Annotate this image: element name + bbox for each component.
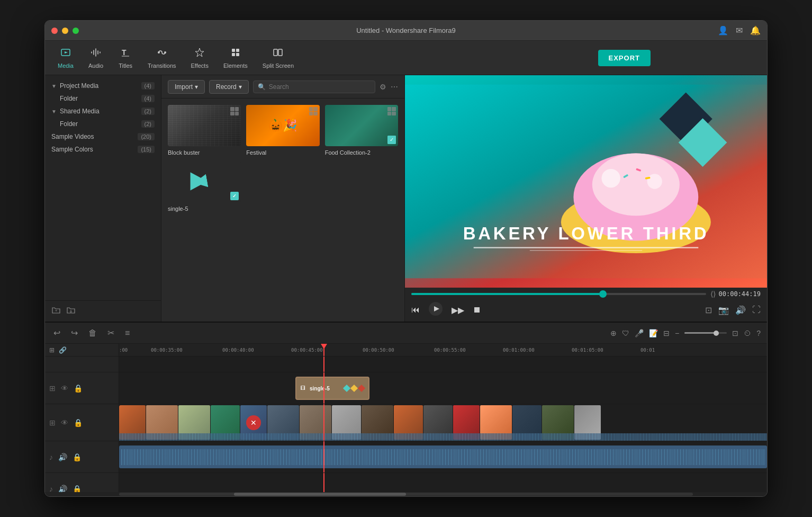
snap-icon[interactable]: ⊞ bbox=[49, 346, 55, 354]
svg-marker-6 bbox=[195, 48, 204, 57]
diamond-teal bbox=[343, 385, 350, 392]
sidebar-item-project-media[interactable]: ▼ Project Media (4) bbox=[45, 79, 161, 92]
festival-label: Festival bbox=[246, 149, 319, 156]
minus-icon[interactable]: − bbox=[675, 329, 679, 337]
zoom-thumb bbox=[714, 331, 719, 336]
sidebar-item-shared-media[interactable]: ▼ Shared Media (2) bbox=[45, 105, 161, 118]
empty-note-icon[interactable]: ♪ bbox=[49, 485, 53, 493]
close-button[interactable] bbox=[51, 28, 58, 34]
media-item-festival[interactable]: Festival bbox=[246, 105, 319, 156]
audio-lock-icon[interactable]: 🔒 bbox=[73, 453, 82, 461]
spacer-controls bbox=[45, 356, 119, 372]
minimize-button[interactable] bbox=[62, 28, 68, 34]
import-folder-icon[interactable] bbox=[66, 306, 76, 317]
mail-icon[interactable]: ✉ bbox=[736, 25, 743, 35]
media-item-foodcollection[interactable]: ✓ Food Collection-2 bbox=[325, 105, 398, 156]
svg-rect-12 bbox=[278, 49, 282, 56]
record-button[interactable]: Record ▾ bbox=[209, 80, 249, 94]
effect-grid-icon[interactable]: ⊞ bbox=[49, 384, 56, 393]
search-input[interactable] bbox=[269, 83, 371, 91]
progress-bar-container: ⟨⟩ 00:00:44:19 bbox=[411, 290, 761, 298]
media-item-blockbuster[interactable]: Block buster bbox=[168, 105, 241, 156]
shield-icon[interactable]: 🛡 bbox=[622, 329, 629, 337]
new-folder-icon[interactable]: + bbox=[51, 306, 61, 317]
sidebar-item-folder-1[interactable]: Folder (4) bbox=[45, 92, 161, 105]
toolbar-splitscreen[interactable]: Split Screen bbox=[256, 44, 300, 72]
window-controls bbox=[51, 28, 79, 34]
audio-note-icon[interactable]: ♪ bbox=[49, 453, 53, 461]
media-item-single5[interactable]: ✓ single-5 bbox=[168, 161, 241, 212]
bakery-preview-bg: BAKERY LOWER THIRD bbox=[405, 75, 767, 288]
audio-volume-icon[interactable]: 🔊 bbox=[58, 453, 67, 461]
video-track-controls: ⊞ 👁 🔒 bbox=[45, 404, 119, 441]
toolbar-titles-label: Titles bbox=[119, 63, 132, 69]
zoom-slider[interactable] bbox=[684, 332, 727, 334]
export-button[interactable]: EXPORT bbox=[598, 50, 651, 66]
camera-icon[interactable]: 📷 bbox=[718, 305, 729, 315]
svg-text:BAKERY LOWER THIRD: BAKERY LOWER THIRD bbox=[463, 224, 709, 243]
toolbar-media[interactable]: Media bbox=[51, 44, 80, 72]
go-start-button[interactable]: ⏮ bbox=[411, 305, 420, 315]
link-icon[interactable]: 🔗 bbox=[59, 346, 67, 354]
empty-vol-icon[interactable]: 🔊 bbox=[58, 485, 67, 493]
main-content: ▼ Project Media (4) Folder (4) ▼ Shared … bbox=[45, 75, 767, 322]
cut-button[interactable]: ✂ bbox=[105, 327, 116, 339]
stop-button[interactable]: ⏹ bbox=[473, 305, 481, 315]
delete-button[interactable]: 🗑 bbox=[86, 327, 99, 339]
pip-timeline-icon[interactable]: ⊟ bbox=[663, 329, 670, 337]
project-media-label: Project Media bbox=[60, 82, 98, 90]
volume-icon[interactable]: 🔊 bbox=[735, 305, 746, 315]
undo-button[interactable]: ↩ bbox=[51, 327, 62, 339]
play-forward-button[interactable]: ▶▶ bbox=[452, 305, 464, 315]
scene-cut-icon: ⟨⟩ bbox=[710, 290, 716, 298]
fullscreen-icon[interactable]: ⛶ bbox=[752, 305, 761, 315]
sample-colors-label: Sample Colors bbox=[51, 146, 93, 153]
effect-eye-icon[interactable]: 👁 bbox=[61, 384, 68, 393]
playhead-video bbox=[323, 404, 324, 441]
mic-icon[interactable]: 🎤 bbox=[635, 329, 644, 337]
sidebar-item-sample-colors[interactable]: Sample Colors (15) bbox=[45, 143, 161, 156]
empty-lock-icon[interactable]: 🔒 bbox=[73, 485, 82, 493]
split-icon[interactable]: ⏲ bbox=[744, 329, 751, 337]
media-browser: Import ▾ Record ▾ 🔍 ⚙ ⋯ bbox=[161, 75, 405, 322]
user-icon[interactable]: 👤 bbox=[718, 25, 728, 35]
effect-lock-icon[interactable]: 🔒 bbox=[74, 384, 83, 393]
elements-icon bbox=[230, 47, 241, 60]
effect-clip-single5[interactable]: 🎞 single-5 bbox=[295, 377, 369, 400]
add-media-icon[interactable]: ⊕ bbox=[610, 329, 617, 337]
toolbar-elements[interactable]: Elements bbox=[217, 44, 254, 72]
help-icon[interactable]: ? bbox=[756, 329, 761, 337]
toolbar-audio[interactable]: Audio bbox=[82, 44, 110, 72]
redo-button[interactable]: ↪ bbox=[69, 327, 80, 339]
scrollbar-thumb[interactable] bbox=[234, 493, 406, 496]
time-code: 00:00:44:19 bbox=[719, 290, 761, 298]
filter-icon[interactable]: ⚙ bbox=[380, 83, 386, 91]
playhead-arrow bbox=[321, 344, 327, 349]
svg-text:T: T bbox=[122, 48, 127, 57]
import-button[interactable]: Import ▾ bbox=[168, 80, 205, 94]
text-icon[interactable]: 📝 bbox=[649, 329, 658, 337]
toolbar-transitions[interactable]: Transitions bbox=[141, 44, 182, 72]
import-dropdown-arrow: ▾ bbox=[195, 83, 198, 91]
play-button[interactable] bbox=[428, 301, 443, 318]
toolbar-titles[interactable]: T Titles bbox=[112, 44, 139, 72]
video-grid-icon[interactable]: ⊞ bbox=[49, 418, 56, 427]
timeline-area: ↩ ↪ 🗑 ✂ ≡ ⊕ 🛡 🎤 📝 ⊟ − ⊡ ⏲ ? bbox=[45, 322, 767, 496]
notification-icon[interactable]: 🔔 bbox=[750, 25, 761, 35]
sidebar-item-sample-videos[interactable]: Sample Videos (20) bbox=[45, 130, 161, 143]
view-icon[interactable]: ⋯ bbox=[391, 83, 398, 91]
toolbar-effects[interactable]: Effects bbox=[185, 44, 215, 72]
svg-rect-9 bbox=[232, 53, 235, 56]
video-lock-icon[interactable]: 🔒 bbox=[74, 418, 83, 427]
maximize-button[interactable] bbox=[73, 28, 79, 34]
pip-icon[interactable]: ⊡ bbox=[705, 305, 712, 315]
zoom-fit-icon[interactable]: ⊡ bbox=[732, 329, 738, 337]
progress-track[interactable] bbox=[411, 293, 706, 295]
progress-thumb bbox=[599, 290, 607, 298]
video-eye-icon[interactable]: 👁 bbox=[61, 418, 68, 427]
grid-badge bbox=[230, 107, 239, 115]
foodcollection-thumbnail: ✓ bbox=[325, 105, 398, 146]
adjust-button[interactable]: ≡ bbox=[123, 327, 132, 339]
sidebar-item-folder-2[interactable]: Folder (2) bbox=[45, 118, 161, 130]
timeline-scrollbar[interactable] bbox=[45, 492, 767, 496]
